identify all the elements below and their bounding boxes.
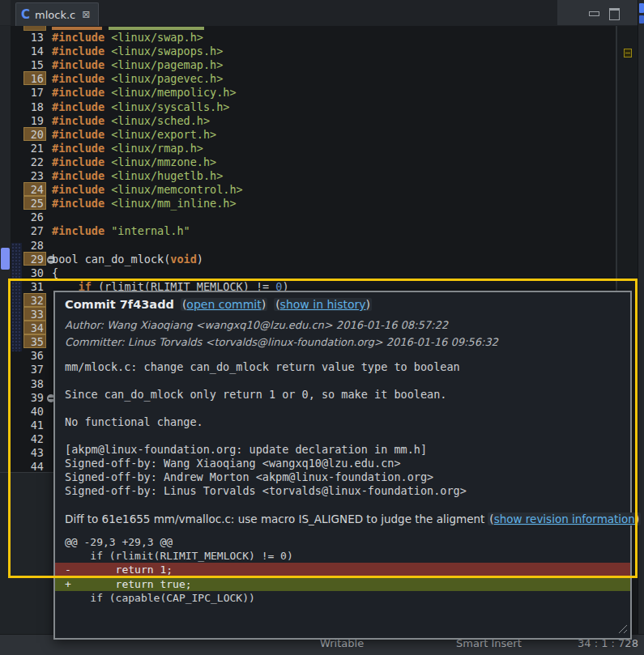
line-number: 28 — [11, 239, 44, 253]
code-text[interactable]: #include <linux/hugetlb.h> — [52, 169, 223, 183]
line-number: 23 — [11, 169, 44, 183]
code-text[interactable]: #include <linux/mmzone.h> — [52, 155, 216, 169]
code-text[interactable]: #include "internal.h" — [52, 224, 190, 238]
line-number: 32 — [11, 294, 44, 308]
line-number: 18 — [11, 100, 44, 114]
code-line-22[interactable]: 22#include <linux/mmzone.h> — [11, 155, 616, 169]
overview-ruler-marker[interactable] — [624, 49, 632, 57]
code-text[interactable]: bool can_do_mlock(void) — [52, 253, 203, 266]
diff-line-removed: - return 1; — [55, 563, 630, 576]
code-text[interactable]: #include <linux/syscalls.h> — [52, 100, 229, 114]
line-number: 39 — [11, 391, 44, 405]
line-number: 22 — [11, 155, 44, 169]
diff-line-context: if (rlimit(RLIMIT_MEMLOCK) != 0) — [55, 549, 630, 563]
code-line-29[interactable]: 29bool can_do_mlock(void) — [11, 253, 616, 266]
code-text[interactable]: #include <linux/mempolicy.h> — [52, 86, 237, 100]
line-number: 41 — [11, 419, 44, 432]
right-view-icon[interactable] — [639, 3, 644, 13]
open-commit-link[interactable]: open commit — [186, 298, 261, 311]
open-commit-chip: open commit — [181, 298, 267, 311]
line-number: 24 — [11, 183, 44, 197]
line-number: 44 — [11, 460, 44, 472]
line-number: 26 — [11, 211, 44, 224]
code-line-21[interactable]: 21#include <linux/rmap.h> — [11, 142, 616, 155]
code-text[interactable]: #include <linux/sched.h> — [52, 114, 210, 128]
commit-message-line: No functional change. — [65, 415, 467, 429]
diff-header-row: Diff to 61e1655 mm/vmalloc.c: use macro … — [65, 513, 641, 525]
code-text[interactable]: #include <linux/export.h> — [52, 128, 216, 142]
left-view-marker[interactable] — [1, 248, 10, 270]
minimize-icon[interactable] — [589, 11, 599, 16]
code-text[interactable]: #include <linux/pagevec.h> — [52, 72, 223, 86]
line-number: 13 — [11, 31, 44, 45]
line-number: 38 — [11, 377, 44, 391]
line-number: 21 — [11, 142, 44, 155]
clipped-line12-code — [52, 27, 102, 30]
code-text[interactable]: #include <linux/swap.h> — [52, 31, 203, 45]
code-text[interactable]: #include <linux/memcontrol.h> — [52, 183, 243, 197]
code-line-19[interactable]: 19#include <linux/sched.h> — [11, 114, 616, 128]
code-line-28[interactable]: 28 — [11, 239, 616, 253]
line-number: 43 — [11, 446, 44, 460]
line-number: 15 — [11, 58, 44, 72]
commit-message-line — [65, 374, 467, 388]
code-text[interactable]: #include <linux/pagemap.h> — [52, 58, 223, 72]
code-line-16[interactable]: 16#include <linux/pagevec.h> — [11, 72, 616, 86]
line-number: 16 — [11, 72, 44, 86]
code-line-18[interactable]: 18#include <linux/syscalls.h> — [11, 100, 616, 114]
committer-line: Committer: Linus Torvalds <torvalds@linu… — [65, 336, 498, 348]
commit-message-line: Signed-off-by: Linus Torvalds <torvalds@… — [65, 484, 467, 498]
show-revision-information-link[interactable]: show revision information — [494, 513, 635, 525]
code-line-20[interactable]: 20#include <linux/export.h> — [11, 128, 616, 142]
code-line-13[interactable]: 13#include <linux/swap.h> — [11, 31, 616, 45]
line-number: 14 — [11, 45, 44, 58]
code-text[interactable]: #include <linux/rmap.h> — [52, 142, 203, 155]
commit-message-line: Signed-off-by: Andrew Morton <akpm@linux… — [65, 470, 467, 484]
right-view-icon[interactable] — [639, 15, 644, 23]
commit-message-line: Signed-off-by: Wang Xiaoqiang <wangxq10@… — [65, 457, 467, 470]
code-line-14[interactable]: 14#include <linux/swapops.h> — [11, 45, 616, 58]
right-minimized-view-bar — [638, 0, 644, 634]
popup-title-row: Commit 7f43addopen commitshow in history — [65, 298, 372, 311]
show-in-history-link[interactable]: show in history — [280, 298, 366, 311]
diff-line-context: if (capable(CAP_IPC_LOCK)) — [55, 591, 630, 605]
diff-line-hunk: @@ -29,3 +29,3 @@ — [55, 535, 630, 549]
line-number: 34 — [11, 321, 44, 335]
line-number: 20 — [11, 128, 44, 142]
code-text[interactable]: { — [52, 266, 58, 280]
diff-to-label: Diff to 61e1655 mm/vmalloc.c: use macro … — [65, 513, 484, 525]
tab-close-icon[interactable]: ⊠ — [82, 9, 90, 20]
code-line-15[interactable]: 15#include <linux/pagemap.h> — [11, 58, 616, 72]
show-in-history-chip: show in history — [274, 298, 372, 311]
line-number: 29 — [11, 253, 44, 266]
line-number: 33 — [11, 308, 44, 321]
code-line-27[interactable]: 27#include "internal.h" — [11, 224, 616, 238]
line-number: 40 — [11, 405, 44, 419]
line-number: 37 — [11, 363, 44, 376]
commit-id-label: Commit 7f43add — [65, 298, 174, 311]
code-text[interactable]: #include <linux/mm_inline.h> — [52, 197, 237, 211]
line-number: 36 — [11, 349, 44, 363]
line-number: 25 — [11, 197, 44, 211]
code-line-26[interactable]: 26 — [11, 211, 616, 224]
commit-message-line — [65, 429, 467, 443]
code-line-30[interactable]: 30{ — [11, 266, 616, 280]
code-line-24[interactable]: 24#include <linux/memcontrol.h> — [11, 183, 616, 197]
diff-hunk: @@ -29,3 +29,3 @@ if (rlimit(RLIMIT_MEML… — [55, 535, 630, 605]
commit-message-line: [akpm@linux-foundation.org: update decla… — [65, 443, 467, 457]
code-text[interactable]: #include <linux/swapops.h> — [52, 45, 223, 58]
commit-message-line: mm/mlock.c: change can_do_mlock return v… — [65, 360, 467, 374]
code-line-23[interactable]: 23#include <linux/hugetlb.h> — [11, 169, 616, 183]
author-line: Author: Wang Xiaoqiang <wangxq10@lzu.edu… — [65, 319, 448, 331]
tabbar-corner — [0, 0, 11, 25]
popup-resize-grip[interactable] — [616, 623, 627, 633]
line-number: 17 — [11, 86, 44, 100]
maximize-icon[interactable] — [609, 8, 620, 20]
code-line-25[interactable]: 25#include <linux/mm_inline.h> — [11, 197, 616, 211]
commit-message: mm/mlock.c: change can_do_mlock return v… — [65, 360, 467, 498]
commit-message-line: Since can_do_mlock only return 1 or 0, s… — [65, 388, 467, 402]
code-line-17[interactable]: 17#include <linux/mempolicy.h> — [11, 86, 616, 100]
tab-mlock-c[interactable]: C mlock.c ⊠ — [15, 2, 99, 26]
commit-info-popup[interactable]: Commit 7f43addopen commitshow in history… — [53, 291, 632, 640]
c-file-icon: C — [21, 7, 30, 22]
